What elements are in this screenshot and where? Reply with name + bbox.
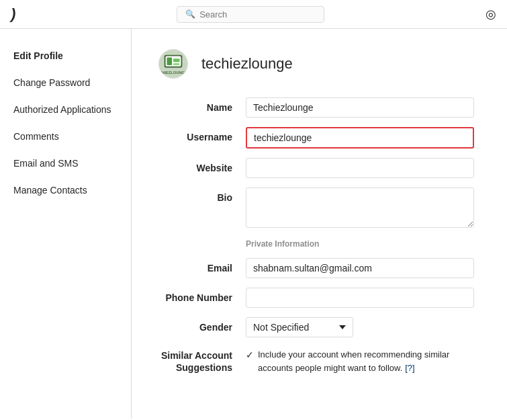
private-info-label: Private Information	[246, 239, 319, 249]
check-icon: ✓	[246, 349, 254, 360]
search-icon: 🔍	[185, 9, 195, 19]
similar-account-label: Similar Account Suggestions	[158, 347, 246, 374]
name-input-wrap	[246, 97, 474, 118]
email-input-wrap	[246, 258, 474, 278]
topbar: ) 🔍 ◎	[0, 0, 507, 29]
email-label: Email	[158, 258, 246, 274]
bio-label: Bio	[158, 187, 246, 203]
profile-header: CHIEZLOUNGE techiezlounge	[158, 49, 480, 79]
gender-label: Gender	[158, 317, 246, 333]
form-section: Name Username Website B	[158, 97, 480, 374]
svg-rect-5	[173, 63, 180, 65]
similar-account-content: ✓ Include your account when recommending…	[246, 347, 474, 374]
gender-select[interactable]: Not Specified Male Female Custom Prefer …	[246, 317, 353, 337]
svg-text:CHIEZLOUNGE: CHIEZLOUNGE	[159, 71, 187, 75]
username-label: Username	[158, 127, 246, 142]
svg-rect-4	[173, 58, 180, 62]
username-row: Username	[158, 127, 480, 149]
profile-username: techiezlounge	[201, 55, 293, 73]
search-input[interactable]	[199, 9, 316, 19]
bio-row: Bio	[158, 187, 480, 230]
website-label: Website	[158, 158, 246, 173]
svg-rect-3	[167, 57, 172, 65]
sidebar-item-comments[interactable]: Comments	[0, 123, 131, 150]
sidebar-item-manage-contacts[interactable]: Manage Contacts	[0, 177, 131, 204]
website-input[interactable]	[246, 158, 474, 178]
sidebar-item-change-password[interactable]: Change Password	[0, 69, 131, 96]
gender-row: Gender Not Specified Male Female Custom …	[158, 317, 480, 337]
phone-input[interactable]	[246, 288, 474, 308]
sidebar-item-edit-profile[interactable]: Edit Profile	[0, 42, 131, 69]
email-input[interactable]	[246, 258, 474, 278]
bio-input[interactable]	[246, 187, 474, 228]
similar-account-text: Include your account when recommending s…	[258, 348, 474, 374]
sidebar: Edit Profile Change Password Authorized …	[0, 29, 132, 419]
private-info-header: Private Information	[158, 239, 480, 249]
sidebar-item-email-sms[interactable]: Email and SMS	[0, 150, 131, 177]
search-box[interactable]: 🔍	[177, 6, 324, 23]
email-row: Email	[158, 258, 480, 278]
compass-icon[interactable]: ◎	[486, 7, 496, 22]
phone-row: Phone Number	[158, 288, 480, 308]
avatar: CHIEZLOUNGE	[158, 49, 188, 79]
username-input[interactable]	[246, 127, 474, 149]
phone-input-wrap	[246, 288, 474, 308]
similar-account-link[interactable]: [?]	[405, 363, 414, 373]
bio-input-wrap	[246, 187, 474, 230]
similar-account-row: Similar Account Suggestions ✓ Include yo…	[158, 347, 480, 374]
name-label: Name	[158, 97, 246, 113]
gender-input-wrap: Not Specified Male Female Custom Prefer …	[246, 317, 474, 337]
phone-label: Phone Number	[158, 288, 246, 303]
sidebar-item-authorized-applications[interactable]: Authorized Applications	[0, 96, 131, 123]
website-input-wrap	[246, 158, 474, 178]
logo: )	[11, 5, 15, 23]
website-row: Website	[158, 158, 480, 178]
main-content: CHIEZLOUNGE techiezlounge Name Username	[132, 29, 507, 419]
username-input-wrap	[246, 127, 474, 149]
name-row: Name	[158, 97, 480, 118]
name-input[interactable]	[246, 97, 474, 118]
layout: Edit Profile Change Password Authorized …	[0, 29, 507, 419]
